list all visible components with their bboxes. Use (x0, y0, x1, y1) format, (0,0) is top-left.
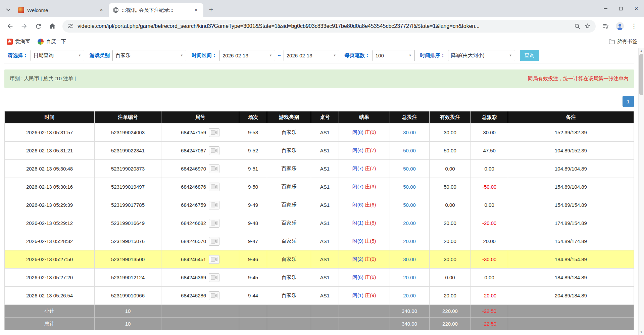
bookmark-aitaobao[interactable]: 淘 爱淘宝 (4, 37, 33, 46)
video-replay-button[interactable] (209, 201, 219, 209)
total-bet-link[interactable]: 50.00 (403, 166, 416, 172)
reload-button[interactable] (32, 19, 45, 33)
cell-game-type: 百家乐 (267, 269, 311, 287)
cell-result: 闲(1) 庄(9) (339, 287, 390, 305)
minimize-button[interactable] (598, 0, 613, 17)
result-player: 闲(1) (352, 292, 363, 298)
table-row[interactable]: 2026-02-13 05:26:54 523199010966 6842462… (5, 287, 634, 305)
video-replay-button[interactable] (209, 237, 219, 246)
total-bet-link[interactable]: 20.00 (403, 238, 416, 244)
page-size-select[interactable]: 100 ▼ (373, 50, 415, 61)
tab-title: Welcome (27, 7, 95, 13)
query-type-label: 请选择： (8, 52, 28, 59)
video-replay-button[interactable] (209, 273, 219, 282)
query-type-select[interactable]: 日期查询 ▼ (31, 50, 84, 61)
media-controls-button[interactable] (599, 19, 612, 33)
cell-total-bet: 50.00 (390, 142, 429, 160)
tab-welcome[interactable]: Welcome × (14, 3, 109, 17)
video-replay-button[interactable] (209, 164, 219, 173)
total-bet-link[interactable]: 20.00 (403, 275, 416, 280)
total-bet-link[interactable]: 20.00 (403, 220, 416, 226)
new-tab-button[interactable]: + (206, 5, 216, 15)
cell-table-no: AS1 (311, 178, 339, 196)
total-count: 10 (95, 318, 161, 330)
zoom-icon[interactable] (574, 23, 581, 30)
video-replay-button[interactable] (209, 128, 219, 137)
cell-table-no: AS1 (311, 232, 339, 250)
table-row[interactable]: 2026-02-13 05:30:48 523199020873 6842469… (5, 160, 634, 178)
tab-bet-records[interactable]: :::视讯, 会员下注纪录::: × (109, 3, 203, 17)
table-row[interactable]: 2026-02-13 05:31:57 523199024003 6842471… (5, 124, 634, 142)
cell-session: 9-47 (239, 232, 267, 250)
total-label: 总计 (5, 318, 95, 330)
video-replay-button[interactable] (209, 146, 219, 155)
menu-button[interactable]: ⋮ (627, 19, 641, 33)
cell-table-no: AS1 (311, 214, 339, 232)
video-camera-icon (211, 184, 217, 189)
all-bookmarks-button[interactable]: 所有书签 (606, 37, 640, 46)
site-info-icon[interactable] (67, 23, 74, 30)
total-bet-link[interactable]: 50.00 (403, 184, 416, 190)
page-1-button[interactable]: 1 (623, 96, 634, 107)
total-bet-link[interactable]: 30.00 (403, 256, 416, 262)
game-type-select[interactable]: 百家乐 ▼ (112, 50, 186, 61)
cell-time: 2026-02-13 05:30:16 (5, 178, 95, 196)
tab-search-button[interactable] (3, 4, 13, 15)
sort-order-select[interactable]: 降幂(由大到小) ▼ (448, 50, 515, 61)
date-from-select[interactable]: 2026-02-13 ▼ (219, 50, 275, 61)
tab-close-icon[interactable]: × (193, 7, 199, 13)
video-replay-button[interactable] (209, 219, 219, 228)
scroll-up-arrow[interactable]: ▲ (639, 48, 644, 54)
total-payout: -22.50 (471, 318, 508, 330)
profile-button[interactable] (613, 19, 627, 33)
maximize-button[interactable] (613, 0, 629, 17)
video-replay-button[interactable] (209, 291, 219, 300)
table-row[interactable]: 2026-02-13 05:30:16 523199019497 6842468… (5, 178, 634, 196)
table-row[interactable]: 2026-02-13 05:28:32 523199015076 6842465… (5, 232, 634, 250)
cell-valid-bet: 20.00 (429, 287, 471, 305)
total-bet-link[interactable]: 50.00 (403, 202, 416, 208)
cell-empty (508, 318, 634, 330)
url-bar[interactable]: videoie.com/ipl/portal.php/game/betrecor… (62, 20, 596, 33)
tab-close-icon[interactable]: × (98, 7, 105, 13)
date-to-select[interactable]: 2026-02-13 ▼ (284, 50, 339, 61)
table-row[interactable]: 2026-02-13 05:29:12 523199016649 6842466… (5, 214, 634, 232)
cell-valid-bet: 20.00 (429, 214, 471, 232)
table-row[interactable]: 2026-02-13 05:27:50 523199013500 6842464… (5, 250, 634, 269)
cell-round: 684246369 (161, 269, 239, 287)
scroll-down-arrow[interactable]: ▼ (639, 329, 644, 335)
cell-round: 684246876 (161, 178, 239, 196)
table-row[interactable]: 2026-02-13 05:29:39 523199017785 6842467… (5, 196, 634, 214)
cell-result: 闲(7) 庄(3) (339, 178, 390, 196)
result-player: 闲(8) (352, 129, 363, 135)
vertical-scrollbar[interactable]: ▲ ▼ (638, 48, 644, 335)
back-button[interactable] (3, 19, 17, 33)
table-row[interactable]: 2026-02-13 05:31:21 523199022341 6842470… (5, 142, 634, 160)
round-number: 684246970 (181, 166, 206, 172)
video-replay-button[interactable] (209, 183, 219, 191)
cell-time: 2026-02-13 05:29:39 (5, 196, 95, 214)
total-bet-link[interactable]: 20.00 (403, 293, 416, 298)
profile-avatar-icon (615, 22, 624, 31)
cell-payout: -20.00 (471, 287, 508, 305)
home-button[interactable] (46, 19, 59, 33)
forward-button[interactable] (17, 19, 31, 33)
total-bet-link[interactable]: 50.00 (403, 148, 416, 153)
search-button[interactable]: 查询 (520, 50, 539, 61)
close-button[interactable]: × (629, 0, 644, 17)
total-bet-link[interactable]: 30.00 (403, 130, 416, 135)
result-player: 闲(1) (352, 220, 363, 226)
cell-game-type: 百家乐 (267, 214, 311, 232)
scrollbar-thumb[interactable] (639, 54, 643, 95)
cell-game-type: 百家乐 (267, 178, 311, 196)
bookmark-baidu[interactable]: 百度一下 (35, 37, 69, 46)
subtotal-valid-bet: 220.00 (429, 305, 471, 318)
video-replay-button[interactable] (209, 255, 219, 264)
summary-note-text: 同局有效投注，统一计算在该局第一张注单内 (528, 76, 629, 82)
table-row[interactable]: 2026-02-13 05:27:20 523199012124 6842463… (5, 269, 634, 287)
window-controls: × (598, 0, 644, 17)
bookmark-star-icon[interactable] (584, 23, 591, 30)
cell-table-no: AS1 (311, 269, 339, 287)
reload-icon (35, 23, 42, 30)
cell-result: 闲(4) 庄(7) (339, 142, 390, 160)
